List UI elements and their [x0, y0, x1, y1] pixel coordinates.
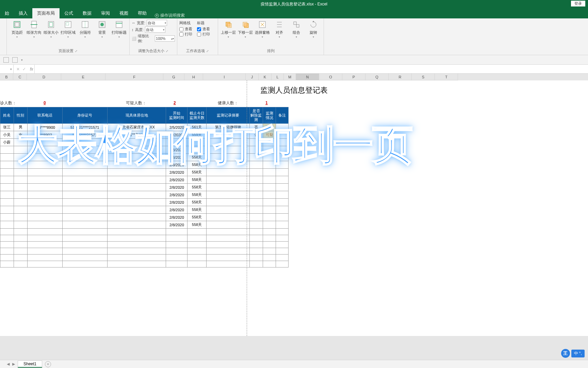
table-cell[interactable]	[14, 199, 28, 206]
table-cell[interactable]	[263, 206, 276, 214]
table-row[interactable]	[0, 235, 289, 242]
table-cell[interactable]	[263, 199, 276, 206]
table-cell[interactable]	[250, 255, 263, 261]
table-cell[interactable]	[62, 199, 107, 206]
ribbon-btn-对齐[interactable]: 对齐▾	[271, 20, 288, 40]
table-row[interactable]: 2/8/2020558天	[0, 214, 289, 221]
sheet-nav-prev-icon[interactable]: ◀	[7, 362, 10, 366]
table-row[interactable]: 2/8/2020558天	[0, 176, 289, 184]
column-header-B[interactable]: B	[0, 74, 13, 80]
table-cell[interactable]	[28, 229, 63, 235]
table-cell[interactable]	[263, 229, 276, 235]
table-cell[interactable]	[207, 242, 250, 248]
table-cell[interactable]	[14, 221, 28, 229]
table-cell[interactable]	[62, 214, 107, 221]
table-cell[interactable]	[207, 199, 250, 206]
ime-text[interactable]: 中 °,	[571, 350, 585, 357]
table-cell[interactable]	[107, 242, 166, 248]
table-cell[interactable]	[0, 184, 14, 191]
table-cell[interactable]	[107, 221, 166, 229]
table-cell[interactable]	[14, 176, 28, 184]
table-cell[interactable]	[0, 169, 14, 176]
table-row[interactable]: 2/8/2020558天	[0, 199, 289, 206]
table-cell[interactable]	[0, 214, 14, 221]
table-cell[interactable]: 2/8/2020	[166, 176, 187, 184]
column-header-R[interactable]: R	[389, 74, 412, 80]
table-cell[interactable]	[250, 248, 263, 255]
table-cell[interactable]	[187, 229, 207, 235]
tab-始[interactable]: 始	[0, 8, 14, 18]
ribbon-btn-纸张大小[interactable]: 纸张大小▾	[43, 20, 59, 40]
table-cell[interactable]	[207, 261, 250, 267]
table-cell[interactable]	[250, 191, 263, 199]
table-cell[interactable]	[107, 191, 166, 199]
table-cell[interactable]	[250, 176, 263, 184]
table-cell[interactable]	[207, 221, 250, 229]
table-cell[interactable]	[28, 255, 63, 261]
table-cell[interactable]	[187, 235, 207, 242]
ribbon-btn-旋转[interactable]: 旋转▾	[305, 20, 322, 40]
ribbon-btn-打印标题[interactable]: 打印标题▾	[111, 20, 127, 40]
qat-button-2[interactable]	[12, 57, 18, 63]
table-cell[interactable]	[107, 206, 166, 214]
table-cell[interactable]	[166, 242, 187, 248]
login-button[interactable]: 登录	[571, 1, 585, 6]
table-cell[interactable]	[14, 229, 28, 235]
table-cell[interactable]	[250, 206, 263, 214]
table-cell[interactable]	[0, 255, 14, 261]
table-cell[interactable]	[62, 221, 107, 229]
table-cell[interactable]	[0, 261, 14, 267]
table-cell[interactable]	[250, 221, 263, 229]
table-cell[interactable]	[62, 261, 107, 267]
table-cell[interactable]	[107, 248, 166, 255]
table-row[interactable]	[0, 248, 289, 255]
fx-icon[interactable]: fx	[29, 67, 34, 72]
column-header-J[interactable]: J	[246, 74, 259, 80]
table-cell[interactable]: 张三	[0, 124, 14, 131]
table-cell[interactable]	[107, 176, 166, 184]
column-header-P[interactable]: P	[342, 74, 365, 80]
tab-视图[interactable]: 视图	[115, 8, 133, 18]
ribbon-btn-选择窗格[interactable]: 选择窗格▾	[254, 20, 271, 40]
table-cell[interactable]	[276, 191, 289, 199]
table-cell[interactable]	[28, 221, 63, 229]
enter-icon[interactable]: ✓	[22, 67, 26, 72]
table-cell[interactable]	[207, 206, 250, 214]
ribbon-btn-打印区域[interactable]: 打印区域▾	[60, 20, 76, 40]
table-cell[interactable]	[250, 184, 263, 191]
table-cell[interactable]: 558天	[187, 176, 207, 184]
table-cell[interactable]	[250, 235, 263, 242]
table-cell[interactable]	[62, 248, 107, 255]
table-cell[interactable]	[166, 255, 187, 261]
ribbon-btn-页边距[interactable]: 页边距▾	[9, 20, 25, 40]
table-cell[interactable]	[0, 191, 14, 199]
table-cell[interactable]	[0, 199, 14, 206]
column-header-C[interactable]: C	[13, 74, 27, 80]
table-cell[interactable]	[62, 206, 107, 214]
table-row[interactable]	[0, 242, 289, 248]
table-cell[interactable]: 2/8/2020	[166, 214, 187, 221]
column-header-F[interactable]: F	[105, 74, 163, 80]
table-cell[interactable]	[0, 146, 14, 154]
table-cell[interactable]: 558天	[187, 221, 207, 229]
table-cell[interactable]: 558天	[187, 214, 207, 221]
qat-dropdown-icon[interactable]: ▾	[21, 58, 23, 62]
table-cell[interactable]	[263, 184, 276, 191]
table-cell[interactable]	[62, 191, 107, 199]
table-cell[interactable]	[0, 176, 14, 184]
headings-view-checkbox[interactable]	[197, 27, 201, 31]
ribbon-btn-上移一层[interactable]: 上移一层▾	[220, 20, 236, 40]
table-cell[interactable]	[107, 199, 166, 206]
table-row[interactable]	[0, 261, 289, 267]
tab-页面布局[interactable]: 页面布局	[32, 8, 60, 18]
table-cell[interactable]	[276, 242, 289, 248]
table-cell[interactable]	[62, 235, 107, 242]
table-cell[interactable]	[276, 248, 289, 255]
table-cell[interactable]	[207, 235, 250, 242]
table-cell[interactable]: 558天	[187, 199, 207, 206]
table-cell[interactable]	[263, 261, 276, 267]
table-cell[interactable]	[276, 214, 289, 221]
table-cell[interactable]	[0, 235, 14, 242]
tab-数据[interactable]: 数据	[78, 8, 96, 18]
table-cell[interactable]	[14, 242, 28, 248]
